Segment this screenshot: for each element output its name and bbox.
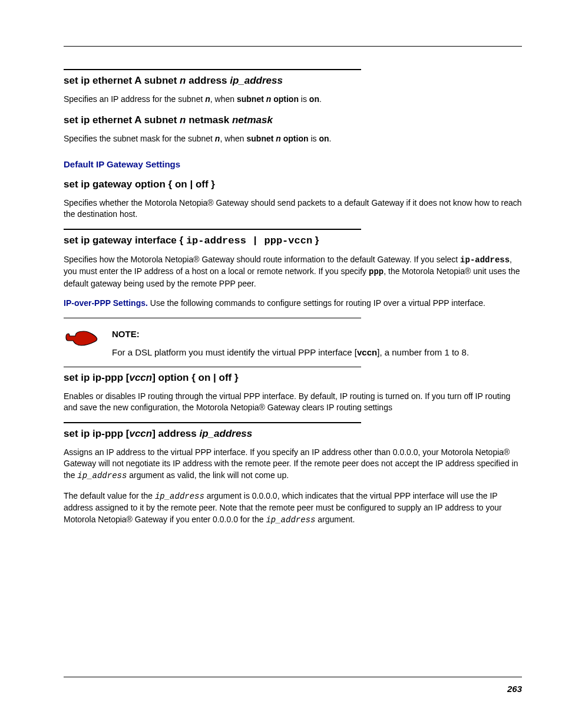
page-top-rule	[64, 46, 522, 47]
heading-subnet-netmask: set ip ethernet A subnet n netmask netma…	[64, 113, 522, 127]
heading-ip-ppp-address: set ip ip-ppp [vccn] address ip_address	[64, 427, 522, 441]
page-number: 263	[507, 683, 522, 695]
body-gateway-option: Specifies whether the Motorola Netopia® …	[64, 197, 522, 220]
note-block: NOTE: For a DSL platform you must identi…	[64, 325, 522, 358]
heading-subnet-address: set ip ethernet A subnet n address ip_ad…	[64, 74, 522, 88]
heading-gateway-interface: set ip gateway interface { ip-address | …	[64, 233, 522, 248]
section-rule	[64, 69, 361, 70]
section-rule	[64, 229, 361, 230]
heading-gateway-option: set ip gateway option { on | off }	[64, 177, 522, 192]
body-ip-over-ppp: IP-over-PPP Settings. Use the following …	[64, 298, 522, 309]
note-text: For a DSL platform you must identify the…	[112, 347, 469, 357]
subheading-default-ip-gateway: Default IP Gateway Settings	[64, 158, 522, 170]
page-bottom-rule	[64, 677, 522, 677]
body-ip-ppp-address-1: Assigns an IP address to the virtual PPP…	[64, 447, 522, 482]
section-rule	[64, 422, 361, 423]
pointer-icon	[64, 328, 99, 349]
body-subnet-address: Specifies an IP address for the subnet n…	[64, 94, 522, 106]
note-label: NOTE:	[112, 328, 522, 340]
body-ip-ppp-option: Enables or disables IP routing through t…	[64, 391, 522, 414]
body-ip-ppp-address-2: The default value for the ip_address arg…	[64, 490, 522, 526]
heading-ip-ppp-option: set ip ip-ppp [vccn] option { on | off }	[64, 371, 522, 385]
body-subnet-netmask: Specifies the subnet mask for the subnet…	[64, 133, 522, 145]
note-rule-bottom	[64, 367, 361, 367]
note-rule-top	[64, 318, 361, 318]
body-gateway-interface: Specifies how the Motorola Netopia® Gate…	[64, 254, 522, 290]
